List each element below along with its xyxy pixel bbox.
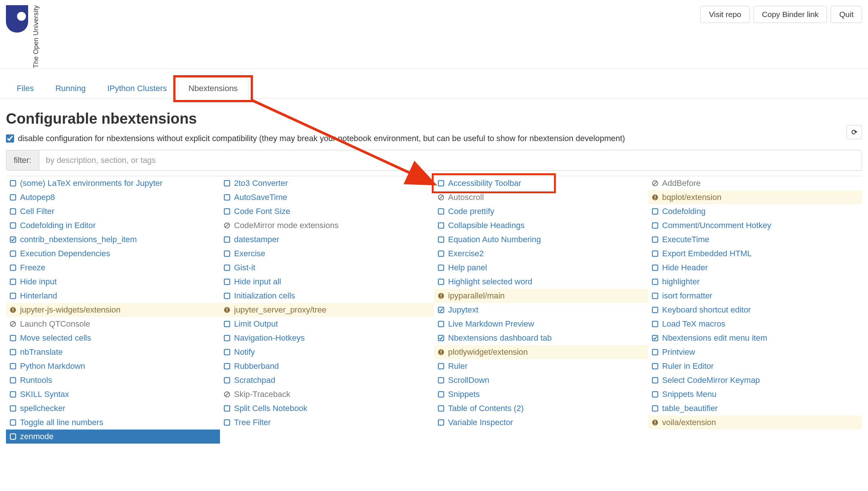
svg-rect-74 xyxy=(652,377,658,383)
extension-item[interactable]: Snippets xyxy=(434,387,648,401)
extension-item[interactable]: Live Markdown Preview xyxy=(434,317,648,331)
filter-input[interactable] xyxy=(39,150,862,170)
extension-item[interactable]: jupyter-js-widgets/extension xyxy=(6,303,220,317)
extension-item[interactable]: bqplot/extension xyxy=(648,190,862,204)
extension-item[interactable]: Gist-it xyxy=(220,261,434,275)
visit-repo-button[interactable]: Visit repo xyxy=(700,6,750,23)
extension-item[interactable]: CodeMirror mode extensions xyxy=(220,218,434,233)
extension-item[interactable]: Autoscroll xyxy=(434,190,648,204)
refresh-button[interactable]: ⟳ xyxy=(847,125,862,139)
extension-item[interactable]: Execution Dependencies xyxy=(6,247,220,261)
svg-rect-28 xyxy=(438,251,444,256)
extension-item[interactable]: nbTranslate xyxy=(6,345,220,359)
extension-item[interactable]: ExecuteTime xyxy=(648,233,862,247)
extension-item[interactable]: jupyter_server_proxy/tree xyxy=(220,303,434,317)
checkbox-unchecked-icon xyxy=(10,391,16,398)
tab-files[interactable]: Files xyxy=(6,78,44,98)
extension-item[interactable]: Hide input all xyxy=(220,275,434,289)
checkbox-unchecked-icon xyxy=(224,278,230,285)
svg-rect-79 xyxy=(652,391,658,397)
extension-item[interactable]: Exercise2 xyxy=(434,247,648,261)
extension-item[interactable]: Hide input xyxy=(6,275,220,289)
extension-item[interactable]: datestamper xyxy=(220,233,434,247)
extension-label: highlighter xyxy=(662,277,700,287)
extension-item[interactable]: Move selected cells xyxy=(6,331,220,345)
extension-item[interactable]: Cell Filter xyxy=(6,204,220,218)
extension-item[interactable]: Printview xyxy=(648,345,862,359)
extension-item[interactable]: Codefolding in Editor xyxy=(6,218,220,233)
extension-item[interactable]: Snippets Menu xyxy=(648,387,862,401)
extension-item[interactable]: isort formatter xyxy=(648,289,862,303)
extension-item[interactable]: Rubberband xyxy=(220,359,434,373)
compat-checkbox[interactable] xyxy=(6,134,14,143)
extension-item[interactable]: Equation Auto Numbering xyxy=(434,233,648,247)
extension-item[interactable]: Ruler xyxy=(434,359,648,373)
tab-running[interactable]: Running xyxy=(44,78,96,98)
extension-item[interactable]: (some) LaTeX environments for Jupyter xyxy=(6,176,220,190)
extension-item[interactable]: Export Embedded HTML xyxy=(648,247,862,261)
extension-item[interactable]: Exercise xyxy=(220,247,434,261)
extension-item[interactable]: Hinterland xyxy=(6,289,220,303)
extension-label: ExecuteTime xyxy=(662,235,710,244)
extension-item[interactable]: Table of Contents (2) xyxy=(434,401,648,415)
extension-item[interactable]: Help panel xyxy=(434,261,648,275)
extension-item[interactable]: zenmode xyxy=(6,430,220,444)
extension-item[interactable]: highlighter xyxy=(648,275,862,289)
extension-item[interactable]: Load TeX macros xyxy=(648,317,862,331)
extension-item[interactable]: Freeze xyxy=(6,261,220,275)
extension-item[interactable]: Nbextensions dashboard tab xyxy=(434,331,648,345)
checkbox-unchecked-icon xyxy=(652,222,658,229)
extension-item[interactable]: Initialization cells xyxy=(220,289,434,303)
extension-item[interactable]: Limit Output xyxy=(220,317,434,331)
extension-item[interactable]: Notify xyxy=(220,345,434,359)
extension-label: Python Markdown xyxy=(20,361,85,371)
checkbox-unchecked-icon xyxy=(10,278,16,285)
extension-item[interactable]: Navigation-Hotkeys xyxy=(220,331,434,345)
checkbox-unchecked-icon xyxy=(224,349,230,355)
extension-item[interactable]: Split Cells Notebook xyxy=(220,401,434,415)
svg-rect-33 xyxy=(652,265,658,270)
extension-item[interactable]: AddBefore xyxy=(648,176,862,190)
extension-item[interactable]: ipyparallel/main xyxy=(434,289,648,303)
extension-item[interactable]: Accessibility Toolbar xyxy=(434,176,648,190)
extension-item[interactable]: Hide Header xyxy=(648,261,862,275)
extension-item[interactable]: contrib_nbextensions_help_item xyxy=(6,233,220,247)
checkbox-unchecked-icon xyxy=(224,363,230,370)
extension-item[interactable]: Toggle all line numbers xyxy=(6,415,220,430)
extension-item[interactable]: 2to3 Converter xyxy=(220,176,434,190)
extension-item[interactable]: Ruler in Editor xyxy=(648,359,862,373)
extension-item[interactable]: Nbextensions edit menu item xyxy=(648,331,862,345)
warning-icon xyxy=(652,419,658,426)
extension-item[interactable]: table_beautifier xyxy=(648,401,862,415)
copy-binder-link-button[interactable]: Copy Binder link xyxy=(754,6,827,23)
extension-item[interactable]: AutoSaveTime xyxy=(220,190,434,204)
extension-item[interactable]: plotlywidget/extension xyxy=(434,345,648,359)
extension-item[interactable]: voila/extension xyxy=(648,415,862,430)
compat-toggle[interactable]: disable configuration for nbextensions w… xyxy=(6,134,862,143)
tab-nbextensions[interactable]: Nbextensions xyxy=(178,78,248,98)
extension-item[interactable]: SKILL Syntax xyxy=(6,387,220,401)
svg-rect-58 xyxy=(224,335,230,341)
extension-item[interactable]: Code Font Size xyxy=(220,204,434,218)
extension-item[interactable]: Launch QTConsole xyxy=(6,317,220,331)
extension-item[interactable]: Code prettify xyxy=(434,204,648,218)
extension-item[interactable]: Scratchpad xyxy=(220,373,434,387)
extension-label: plotlywidget/extension xyxy=(448,347,528,357)
extension-item[interactable]: Select CodeMirror Keymap xyxy=(648,373,862,387)
extension-item[interactable]: Skip-Traceback xyxy=(220,387,434,401)
extension-item[interactable]: Python Markdown xyxy=(6,359,220,373)
extension-item[interactable]: Runtools xyxy=(6,373,220,387)
extension-item[interactable]: spellchecker xyxy=(6,401,220,415)
extension-item[interactable]: Comment/Uncomment Hotkey xyxy=(648,218,862,233)
extension-item[interactable]: Codefolding xyxy=(648,204,862,218)
extension-item[interactable]: Tree Filter xyxy=(220,415,434,430)
quit-button[interactable]: Quit xyxy=(831,6,862,23)
tab-ipython-clusters[interactable]: IPython Clusters xyxy=(96,78,177,98)
extension-item[interactable]: Variable Inspector xyxy=(434,415,648,430)
extension-item[interactable]: Jupytext xyxy=(434,303,648,317)
extension-item[interactable]: Highlight selected word xyxy=(434,275,648,289)
extension-item[interactable]: Collapsible Headings xyxy=(434,218,648,233)
extension-item[interactable]: Keyboard shortcut editor xyxy=(648,303,862,317)
extension-item[interactable]: ScrollDown xyxy=(434,373,648,387)
extension-item[interactable]: Autopep8 xyxy=(6,190,220,204)
